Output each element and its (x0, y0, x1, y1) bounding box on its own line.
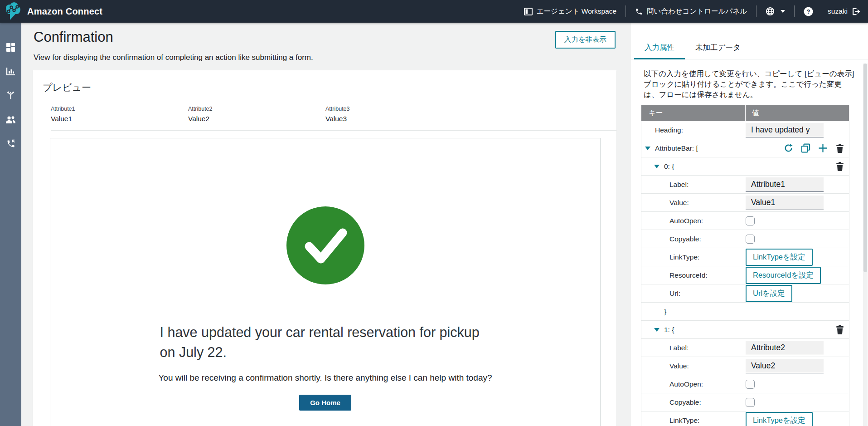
row-checkbox[interactable] (746, 216, 755, 225)
collapse-triangle-icon[interactable] (654, 165, 659, 168)
table-row: ResourceId:ResourceIdを設定 (641, 266, 849, 284)
attribute-label: Attribute1 (51, 106, 188, 112)
panel-tabs: 入力属性 未加工データ (631, 36, 868, 59)
tab-input-attributes[interactable]: 入力属性 (634, 36, 685, 59)
table-row: 0: { (641, 157, 849, 176)
row-key-label: Copyable: (669, 235, 701, 243)
refresh-icon[interactable] (783, 143, 793, 153)
page-title: Confirmation (34, 29, 631, 45)
table-header: キー 値 (641, 105, 849, 121)
tab-raw-data[interactable]: 未加工データ (685, 36, 751, 59)
panel-scrollbar[interactable] (863, 64, 868, 426)
row-key-label: Value: (669, 362, 689, 370)
username: suzaki (828, 7, 848, 15)
sidebar-item-metrics[interactable] (0, 59, 21, 83)
attribute-bar: Attribute1 Value1 Attribute2 Value2 Attr… (51, 106, 616, 131)
row-key-label: Label: (669, 181, 689, 189)
table-row: LinkType:LinkTypeを設定 (641, 411, 849, 426)
row-key-label: Heading: (655, 126, 683, 134)
row-value-input[interactable] (746, 196, 824, 210)
globe-icon (766, 7, 775, 16)
table-row: AttributeBar: [ (641, 139, 849, 157)
set-value-button[interactable]: LinkTypeを設定 (746, 249, 813, 266)
table-row: Copyable: (641, 393, 849, 411)
row-key-label: Copyable: (669, 398, 701, 406)
set-value-button[interactable]: ResourceIdを設定 (746, 267, 821, 284)
collapse-triangle-icon[interactable] (645, 147, 650, 150)
copy-icon[interactable] (800, 143, 810, 153)
delete-icon[interactable] (835, 162, 845, 171)
attribute-label: Attribute3 (325, 106, 463, 112)
delete-icon[interactable] (835, 325, 845, 335)
row-key-label: } (664, 308, 666, 316)
success-check-icon (286, 206, 364, 284)
row-key-label: Url: (669, 289, 680, 298)
table-row: Value: (641, 194, 849, 212)
table-row: Heading: (641, 121, 849, 139)
help-icon: ? (804, 7, 813, 16)
attribute-item: Attribute3 Value3 (325, 106, 463, 123)
sidebar-item-routing[interactable] (0, 83, 21, 108)
nav-contact-control-panel[interactable]: 問い合わせコントロールパネル (626, 0, 756, 23)
table-row: } (641, 303, 849, 321)
user-menu[interactable]: suzaki (822, 0, 868, 23)
attribute-label: Attribute2 (188, 106, 325, 112)
app-title: Amazon Connect (27, 6, 102, 17)
row-checkbox[interactable] (746, 380, 755, 389)
collapse-triangle-icon[interactable] (654, 328, 659, 332)
attribute-item: Attribute1 Value1 (51, 106, 188, 123)
column-header-value: 値 (746, 108, 759, 118)
phone-icon (635, 8, 643, 15)
attribute-value: Value3 (325, 115, 463, 123)
scrollbar-thumb[interactable] (863, 64, 867, 272)
logout-icon[interactable] (852, 8, 861, 15)
connect-cloud-logo-icon (4, 1, 22, 21)
row-value-input[interactable] (746, 177, 824, 192)
row-checkbox[interactable] (746, 398, 755, 407)
set-value-button[interactable]: Urlを設定 (746, 285, 792, 302)
metrics-icon (6, 67, 15, 76)
row-value-input[interactable] (746, 123, 824, 137)
row-key-label: AutoOpen: (669, 380, 703, 388)
amazon-connect-app: Amazon Connect エージェント Workspace 問い合わせコント… (0, 0, 868, 426)
confirmation-heading: I have updated your car rental reservati… (160, 322, 491, 362)
sidebar-item-contact[interactable] (0, 132, 21, 156)
chevron-down-icon (781, 10, 785, 13)
row-key-label: 1: { (664, 326, 674, 334)
table-row: Url:Urlを設定 (641, 284, 849, 303)
table-row: 1: { (641, 321, 849, 339)
preview-title: プレビュー (33, 70, 616, 94)
key-value-table: キー 値 Heading:AttributeBar: [0: {Label:Va… (641, 105, 849, 426)
help-button[interactable]: ? (795, 0, 822, 23)
row-key-label: Label: (669, 344, 689, 352)
left-sidebar (0, 23, 21, 426)
go-home-button[interactable]: Go Home (299, 395, 351, 411)
language-selector[interactable] (756, 0, 794, 23)
input-attributes-panel: 入力属性 未加工データ 以下の入力を使用して変更を行い、コピーして [ビューの表… (631, 23, 868, 426)
table-row: LinkType:LinkTypeを設定 (641, 248, 849, 266)
hide-input-button[interactable]: 入力を非表示 (555, 31, 616, 49)
nav-agent-workspace[interactable]: エージェント Workspace (515, 0, 626, 23)
sidebar-item-dashboard[interactable] (0, 35, 21, 59)
table-row: Value: (641, 357, 849, 375)
row-checkbox[interactable] (746, 235, 755, 244)
row-value-input[interactable] (746, 359, 824, 373)
confirmation-view: I have updated your car rental reservati… (50, 138, 601, 426)
row-key-label: AutoOpen: (669, 217, 703, 225)
workspace-icon (524, 8, 533, 15)
delete-icon[interactable] (835, 143, 845, 153)
set-value-button[interactable]: LinkTypeを設定 (746, 412, 813, 426)
attribute-item: Attribute2 Value2 (188, 106, 325, 123)
add-icon[interactable] (818, 143, 828, 153)
attribute-value: Value1 (51, 115, 188, 123)
main-content: Confirmation View for displaying the con… (21, 23, 631, 426)
table-row: AutoOpen: (641, 375, 849, 393)
row-key-label: Value: (669, 199, 689, 207)
column-header-key: キー (641, 105, 746, 121)
table-row: Copyable: (641, 230, 849, 248)
row-value-input[interactable] (746, 341, 824, 355)
preview-card: プレビュー Attribute1 Value1 Attribute2 Value… (33, 70, 616, 426)
routing-icon (6, 91, 15, 100)
sidebar-item-users[interactable] (0, 108, 21, 132)
row-key-label: LinkType: (669, 416, 699, 425)
